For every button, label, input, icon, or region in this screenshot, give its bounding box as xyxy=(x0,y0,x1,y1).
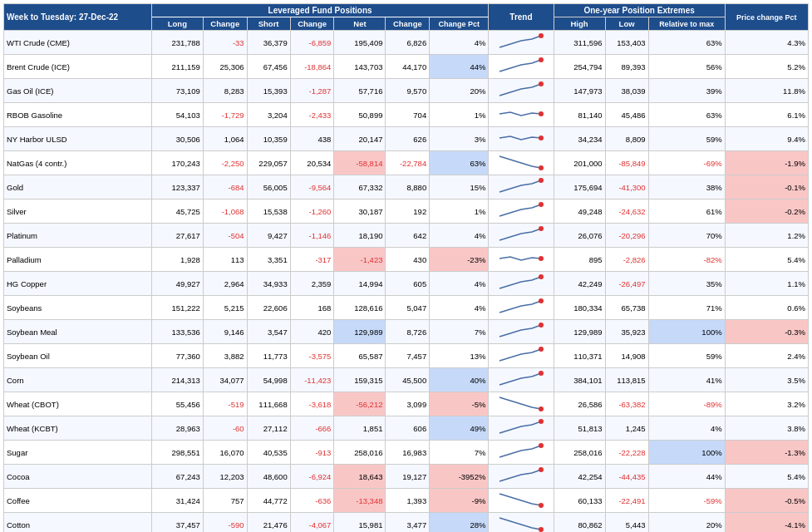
long-value: 123,337 xyxy=(151,175,203,200)
net-value: 1,851 xyxy=(334,416,386,441)
long-value: 214,313 xyxy=(151,368,203,392)
price-change-value: -1.9% xyxy=(725,151,808,175)
long-value: 77,360 xyxy=(151,344,203,368)
week-header: Week to Tuesday: 27-Dec-22 xyxy=(4,4,152,31)
low-value: 35,923 xyxy=(605,320,648,344)
table-row: Sugar298,55116,07040,535-913258,01616,98… xyxy=(4,441,809,465)
change-long-value: -2,250 xyxy=(203,151,247,175)
price-change-value: 5.4% xyxy=(725,248,808,272)
price-change-value: 3.2% xyxy=(725,392,808,416)
long-value: 28,963 xyxy=(151,416,203,441)
trend-cell xyxy=(489,127,554,151)
low-value: 45,486 xyxy=(605,103,648,127)
high-value: 129,989 xyxy=(554,320,605,344)
header-row-1: Week to Tuesday: 27-Dec-22 Leveraged Fun… xyxy=(4,4,809,17)
trend-cell xyxy=(489,368,554,392)
svg-point-10 xyxy=(539,274,544,279)
change-long-value: 16,070 xyxy=(203,441,247,465)
change-pct-value: -3952% xyxy=(430,465,489,489)
change-pct-value: -23% xyxy=(430,248,489,272)
price-change-value: 1.1% xyxy=(725,272,808,296)
low-value: -24,632 xyxy=(605,200,648,224)
change-net-value: 605 xyxy=(386,272,430,296)
low-value: -22,491 xyxy=(605,489,648,513)
price-change-value: 9.4% xyxy=(725,127,808,151)
net-value: -1,423 xyxy=(334,248,386,272)
net-value: 65,587 xyxy=(334,344,386,368)
table-row: Brent Crude (ICE)211,15925,30667,456-18,… xyxy=(4,55,809,79)
high-value: 175,694 xyxy=(554,175,605,200)
change-pct-value: 40% xyxy=(430,368,489,392)
low-value: 5,443 xyxy=(605,513,648,533)
rel-max-value: 59% xyxy=(648,344,725,368)
short-value: 3,351 xyxy=(247,248,290,272)
high-value: 26,076 xyxy=(554,224,605,248)
price-change-value: 6.1% xyxy=(725,103,808,127)
change-long-value: 2,964 xyxy=(203,272,247,296)
long-value: 298,551 xyxy=(151,441,203,465)
low-value: 8,809 xyxy=(605,127,648,151)
price-change-value: -0.5% xyxy=(725,489,808,513)
short-value: 22,606 xyxy=(247,296,290,320)
short-value: 48,600 xyxy=(247,465,290,489)
table-row: Cotton37,457-59021,476-4,06715,9813,4772… xyxy=(4,513,809,533)
table-row: Gold123,337-68456,005-9,56467,3328,88015… xyxy=(4,175,809,200)
row-label: Coffee xyxy=(4,489,152,513)
trend-cell xyxy=(489,416,554,441)
low-value: 65,738 xyxy=(605,296,648,320)
trend-cell xyxy=(489,103,554,127)
change-long-value: 5,215 xyxy=(203,296,247,320)
high-value: 895 xyxy=(554,248,605,272)
rel-max-value: 63% xyxy=(648,31,725,55)
trend-cell xyxy=(489,465,554,489)
row-label: Brent Crude (ICE) xyxy=(4,55,152,79)
change-long-value: 3,882 xyxy=(203,344,247,368)
change-pct-value: 44% xyxy=(430,55,489,79)
low-value: 113,815 xyxy=(605,368,648,392)
price-change-value: -0.3% xyxy=(725,320,808,344)
change-long-value: 34,077 xyxy=(203,368,247,392)
change-short-value: 2,359 xyxy=(290,272,334,296)
change-net-value: 16,983 xyxy=(386,441,430,465)
svg-point-8 xyxy=(539,226,544,231)
low-value: 1,245 xyxy=(605,416,648,441)
trend-cell xyxy=(489,55,554,79)
table-row: Platinum27,617-5049,427-1,14618,1906424%… xyxy=(4,224,809,248)
trend-cell xyxy=(489,79,554,103)
net-value: 30,187 xyxy=(334,200,386,224)
net-value: -56,212 xyxy=(334,392,386,416)
long-value: 67,243 xyxy=(151,465,203,489)
rel-max-value: 41% xyxy=(648,368,725,392)
change-short-value: -317 xyxy=(290,248,334,272)
price-change-value: 2.4% xyxy=(725,344,808,368)
svg-point-13 xyxy=(539,347,544,352)
net-value: 50,899 xyxy=(334,103,386,127)
table-row: Soybean Oil77,3603,88211,773-3,57565,587… xyxy=(4,344,809,368)
change-net-value: 1,393 xyxy=(386,489,430,513)
change-net-col-header: Change xyxy=(386,17,430,31)
change-short-value: 420 xyxy=(290,320,334,344)
trend-cell xyxy=(489,344,554,368)
rel-max-value: 100% xyxy=(648,441,725,465)
long-col-header: Long xyxy=(151,17,203,31)
change-pct-value: -9% xyxy=(430,489,489,513)
short-value: 15,393 xyxy=(247,79,290,103)
change-pct-value: 20% xyxy=(430,79,489,103)
row-label: Silver xyxy=(4,200,152,224)
change-net-value: 5,047 xyxy=(386,296,430,320)
change-long-value: 8,283 xyxy=(203,79,247,103)
change-long-value: -504 xyxy=(203,224,247,248)
change-net-value: 606 xyxy=(386,416,430,441)
change-pct-col-header: Change Pct xyxy=(430,17,489,31)
long-value: 73,109 xyxy=(151,79,203,103)
change-short-value: -3,575 xyxy=(290,344,334,368)
net-value: 67,332 xyxy=(334,175,386,200)
change-net-value: 7,457 xyxy=(386,344,430,368)
table-row: Wheat (KCBT)28,963-6027,112-6661,8516064… xyxy=(4,416,809,441)
price-change-value: 5.4% xyxy=(725,465,808,489)
row-label: Cotton xyxy=(4,513,152,533)
long-value: 49,927 xyxy=(151,272,203,296)
trend-cell xyxy=(489,272,554,296)
table-row: Cocoa67,24312,20348,600-6,92418,64319,12… xyxy=(4,465,809,489)
rel-max-value: -82% xyxy=(648,248,725,272)
